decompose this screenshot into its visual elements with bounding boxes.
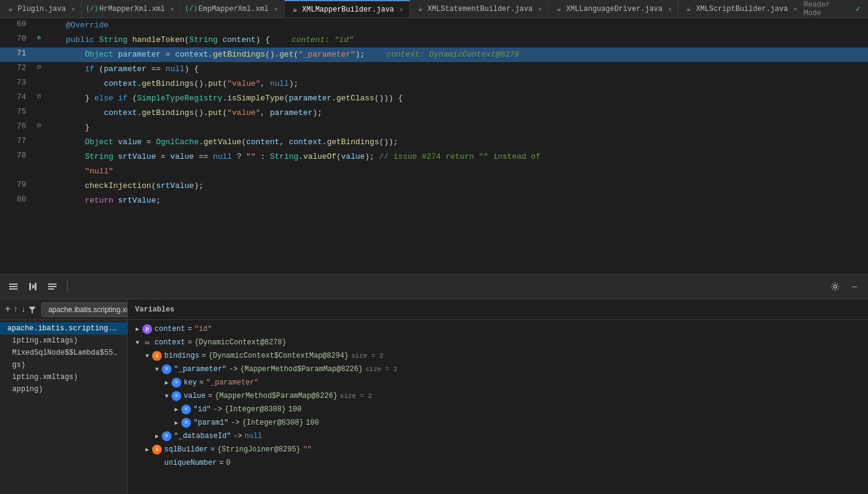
tab-xmlmapper-close[interactable]: ✕ (400, 6, 403, 13)
debug-item-4[interactable]: ipting.xmltags) (0, 371, 127, 383)
line-num-78: 78 (0, 150, 33, 160)
code-line-80: 80 return srtValue; (0, 193, 868, 208)
tab-xmllanguage[interactable]: ☕ XMLLanguageDriver.java ✕ (549, 0, 678, 18)
var-line-content[interactable]: ▶ p content = "id" ⧉ (128, 322, 868, 336)
debug-toolbar-btn-minimize[interactable]: — (847, 279, 862, 294)
tab-plugin[interactable]: ☕ Plugin.java ✕ (0, 0, 82, 18)
debug-item-5[interactable]: apping) (0, 383, 127, 395)
tab-empmapper[interactable]: ⟨/⟩ EmpMapperXml.xml ✕ (181, 0, 284, 18)
line-gutter-73 (33, 77, 44, 78)
var-eq-id: -> (214, 405, 222, 414)
line-content-75: context.getBindings().put("value", param… (44, 106, 868, 120)
tab-hrmapper-close[interactable]: ✕ (170, 5, 174, 13)
line-gutter-79 (33, 179, 44, 180)
line-gutter-78b (33, 164, 44, 165)
var-line-dbid[interactable]: ▶ ≡ "_databaseId" -> null ⧉ (128, 430, 868, 443)
debug-item-1[interactable]: ipting.xmltags) (0, 335, 127, 347)
java-icon-4: ☕ (555, 5, 563, 13)
var-line-sqlbuilder[interactable]: ▶ i sqlBuilder = {StringJoiner@8295} "" … (128, 443, 868, 456)
code-line-79: 79 checkInjection(srtValue); (0, 179, 868, 193)
tab-xmlmapper-label: XMLMapperBuilder.java (302, 5, 394, 14)
filter-btn[interactable] (28, 302, 36, 317)
line-content-76: } (44, 120, 868, 135)
tab-hrmapper-label: HrMapperXml.xml (99, 5, 165, 13)
var-line-bindings[interactable]: ▼ i bindings = {DynamicContext$ContextMa… (128, 349, 868, 363)
var-line-parameter[interactable]: ▼ ≡ "_parameter" -> {MapperMethod$ParamM… (128, 363, 868, 376)
line-num-79: 79 (0, 179, 33, 189)
debug-toolbar-btn-settings[interactable] (828, 279, 842, 294)
line-num-77: 77 (0, 135, 33, 145)
var-val-param1: {Integer@8308} (242, 419, 304, 427)
debug-item-3[interactable]: gs) (0, 359, 127, 371)
var-line-key[interactable]: ▶ ≡ key = "_parameter" ⧉ (128, 376, 868, 389)
variables-panel: Variables ▶ p content = "id" ⧉ ▼ ∞ conte… (128, 299, 868, 494)
var-arrow-id: ▶ (172, 406, 181, 413)
var-icon-context: ∞ (142, 338, 152, 347)
tab-xmlmapper[interactable]: ☕ XMLMapperBuilder.java ✕ (285, 0, 410, 18)
tab-xmlstatement[interactable]: ☕ XMLStatementBuilder.java ✕ (410, 0, 549, 18)
code-line-77: 77 Object value = OgnlCache.getValue(con… (0, 135, 868, 150)
code-line-69: 69 @Override (0, 18, 868, 33)
var-size-bindings: size = 2 (351, 352, 383, 360)
code-line-73: 73 context.getBindings().put("value", nu… (0, 77, 868, 91)
debug-toolbar-btn-step-into[interactable] (26, 279, 40, 294)
reader-mode-check-icon: ✓ (856, 4, 861, 14)
var-key-content: content (155, 325, 185, 333)
tab-hrmapper[interactable]: ⟨/⟩ HrMapperXml.xml ✕ (82, 0, 181, 18)
var-val-id: {Integer@8308} (224, 405, 286, 414)
line-gutter-75 (33, 106, 44, 107)
tab-xmllanguage-close[interactable]: ✕ (668, 5, 672, 13)
debug-toolbar-btn-step-over[interactable] (45, 279, 60, 294)
tab-xmlscript-close[interactable]: ✕ (793, 5, 797, 13)
tab-xmlscript[interactable]: ☕ XMLScriptBuilder.java ✕ (678, 0, 804, 18)
line-content-73: context.getBindings().put("value", null)… (44, 77, 868, 91)
debug-toolbar-btn-1[interactable] (6, 279, 21, 294)
var-extra-param1: 100 (306, 419, 319, 427)
debug-dropdown[interactable]: apache.ibatis.scripting.xmltags) (41, 302, 128, 317)
var-arrow-content: ▶ (133, 325, 142, 333)
line-gutter-69 (33, 18, 44, 19)
debug-item-0[interactable]: apache.ibatis.scripting.xmltags) (0, 322, 127, 335)
var-line-param1[interactable]: ▶ ≡ "param1" -> {Integer@8308} 100 ⧉ (128, 416, 868, 430)
var-val-bindings: {DynamicContext$ContextMap@8294} (209, 352, 349, 360)
var-eq-bindings: = (202, 352, 206, 360)
tab-xmlstatement-close[interactable]: ✕ (538, 5, 542, 13)
bottom-toolbar: — (0, 274, 868, 299)
toolbar-sep (67, 280, 68, 293)
java-icon-3: ☕ (416, 5, 425, 13)
debug-panel: + ↑ ↓ apache.ibatis.scripting.xmltags) a… (0, 299, 868, 494)
add-watch-btn[interactable]: + (5, 302, 11, 317)
move-up-btn[interactable]: ↑ (13, 302, 18, 317)
code-line-75: 75 context.getBindings().put("value", pa… (0, 106, 868, 120)
var-size-value: size = 2 (340, 392, 372, 400)
line-gutter-78 (33, 150, 44, 151)
svg-rect-2 (9, 288, 18, 290)
tab-plugin-close[interactable]: ✕ (71, 5, 75, 13)
move-down-btn[interactable]: ↓ (21, 302, 26, 317)
var-icon-id: ≡ (181, 405, 191, 414)
var-arrow-parameter: ▼ (152, 366, 162, 373)
svg-marker-10 (29, 307, 36, 313)
code-editor: 69 @Override 70 ⊕ public String handleTo… (0, 18, 868, 274)
var-key-sqlbuilder: sqlBuilder (164, 445, 208, 454)
var-line-id[interactable]: ▶ ≡ "id" -> {Integer@8308} 100 ⧉ (128, 403, 868, 416)
debug-item-2[interactable]: MixedSqlNode$$Lambda$556) (0, 347, 127, 359)
var-arrow-key: ▶ (162, 379, 172, 386)
xml-icon-2: ⟨/⟩ (187, 5, 195, 13)
var-extra-id: 100 (288, 405, 302, 414)
tab-empmapper-label: EmpMapperXml.xml (198, 5, 268, 13)
var-eq-key: = (200, 378, 204, 387)
var-icon-content: p (142, 324, 152, 334)
var-arrow-context: ▼ (133, 339, 142, 346)
tab-empmapper-close[interactable]: ✕ (274, 5, 278, 13)
var-key-value: value (184, 392, 206, 400)
var-line-value[interactable]: ▼ ≡ value = {MapperMethod$ParamMap@8226}… (128, 389, 868, 403)
code-line-70: 70 ⊕ public String handleToken(String co… (0, 33, 868, 47)
var-icon-dbid: ≡ (162, 431, 172, 441)
var-line-context[interactable]: ▼ ∞ context = {DynamicContext@8278} ⧉ (128, 336, 868, 349)
line-gutter-72: ⊟ (33, 62, 44, 71)
var-eq-parameter: -> (229, 365, 237, 374)
tab-xmlstatement-label: XMLStatementBuilder.java (428, 5, 533, 13)
var-arrow-param1: ▶ (172, 419, 181, 426)
var-line-uniquenum[interactable]: ▶ uniqueNumber = 0 ⧉ (128, 456, 868, 470)
